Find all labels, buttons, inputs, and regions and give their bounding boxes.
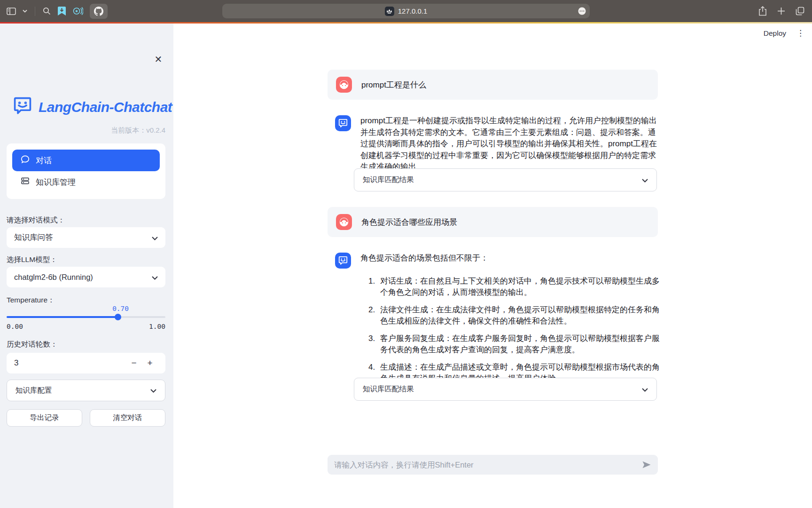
export-records-button[interactable]: 导出记录 — [7, 409, 82, 427]
user-message: 角色提示适合哪些应用场景 — [328, 207, 658, 237]
browser-chrome: 127.0.0.1 — [0, 0, 812, 22]
temperature-max: 1.00 — [149, 323, 165, 330]
sidebar-toggle-icon[interactable] — [7, 8, 16, 15]
chevron-down-icon — [642, 176, 648, 184]
temperature-min: 0.00 — [7, 323, 23, 330]
user-message: prompt工程是什么 — [328, 70, 658, 100]
deploy-button[interactable]: Deploy — [764, 29, 786, 38]
user-avatar — [336, 214, 352, 230]
list-item: 对话生成：在自然且与上下文相关的对话中，角色提示技术可以帮助模型生成多个角色之间… — [377, 276, 664, 299]
share-icon[interactable] — [758, 6, 767, 16]
kebab-menu-icon[interactable]: ⋮ — [796, 31, 804, 35]
temperature-label: Temperature： — [7, 295, 55, 305]
assistant-avatar — [335, 115, 351, 131]
nav-menu: 对话 知识库管理 — [7, 143, 165, 199]
version-label: 当前版本：v0.2.4 — [111, 126, 165, 135]
new-tab-icon[interactable] — [777, 7, 785, 15]
kb-config-expander[interactable]: 知识库配置 — [7, 380, 165, 401]
logo-chat-bubble-icon — [12, 96, 33, 118]
send-icon[interactable] — [642, 460, 651, 469]
history-rounds-value: 3 — [14, 358, 126, 368]
main-area: Deploy ⋮ prompt工程是什么 prompt工程是一种创建提示或指导以… — [173, 24, 812, 508]
nav-item-dialogue[interactable]: 对话 — [12, 150, 160, 171]
assistant-message-text: prompt工程是一种创建提示或指导以生成特定输出的过程，允许用户控制模型的输出… — [360, 115, 664, 173]
nav-item-label: 知识库管理 — [36, 177, 76, 188]
url-text: 127.0.0.1 — [398, 7, 428, 15]
pinned-tab-bookmark-icon[interactable] — [57, 6, 66, 16]
user-message-text: 角色提示适合哪些应用场景 — [361, 217, 457, 228]
kb-match-expander[interactable]: 知识库匹配结果 — [354, 378, 657, 401]
chevron-down-icon[interactable] — [23, 9, 27, 13]
slider-fill — [7, 316, 118, 318]
kb-config-label: 知识库配置 — [16, 386, 52, 396]
tabs-overview-icon[interactable] — [796, 7, 804, 16]
github-icon — [94, 7, 103, 16]
user-message-text: prompt工程是什么 — [361, 79, 426, 90]
user-avatar — [336, 77, 352, 93]
assistant-message: prompt工程是一种创建提示或指导以生成特定输出的过程，允许用户控制模型的输出… — [335, 115, 664, 173]
temperature-slider: 0.70 0.00 1.00 — [7, 305, 165, 330]
scenario-list: 对话生成：在自然且与上下文相关的对话中，角色提示技术可以帮助模型生成多个角色之间… — [360, 276, 664, 385]
decrement-button[interactable]: − — [126, 358, 142, 368]
nav-item-knowledge-base[interactable]: 知识库管理 — [12, 171, 160, 193]
slider-track[interactable] — [7, 316, 165, 318]
nav-item-label: 对话 — [36, 155, 52, 166]
chevron-down-icon — [152, 233, 158, 242]
dialog-mode-value: 知识库问答 — [14, 232, 53, 243]
chat-input[interactable] — [334, 460, 642, 469]
assistant-message: 角色提示适合的场景包括但不限于： 对话生成：在自然且与上下文相关的对话中，角色提… — [335, 253, 664, 390]
chevron-down-icon — [642, 385, 648, 394]
history-rounds-input[interactable]: 3 − + — [7, 353, 165, 373]
increment-button[interactable]: + — [142, 358, 158, 368]
assistant-avatar — [335, 253, 351, 269]
assistant-message-intro: 角色提示适合的场景包括但不限于： — [360, 254, 488, 262]
temperature-value: 0.70 — [109, 305, 132, 312]
streamlit-favicon — [385, 7, 394, 16]
clear-dialogue-button[interactable]: 清空对话 — [90, 409, 165, 427]
dialog-mode-select[interactable]: 知识库问答 — [7, 227, 165, 248]
pinned-tab-waves-icon[interactable] — [73, 7, 83, 16]
chevron-down-icon — [150, 386, 156, 395]
address-bar[interactable]: 127.0.0.1 — [222, 4, 590, 18]
list-item: 客户服务回复生成：在生成客户服务回复时，角色提示可以帮助模型根据客户服务代表的角… — [377, 333, 664, 356]
page-settings-icon[interactable] — [578, 7, 586, 15]
app-logo: LangChain-Chatchat — [12, 96, 172, 118]
kb-match-label: 知识库匹配结果 — [363, 175, 414, 185]
llm-model-label: 选择LLM模型： — [7, 255, 57, 265]
chat-bubble-icon — [21, 155, 30, 166]
slider-thumb[interactable] — [115, 314, 121, 320]
kb-match-expander[interactable]: 知识库匹配结果 — [354, 168, 657, 191]
active-tab-github[interactable] — [90, 4, 108, 19]
toolbar-divider — [35, 7, 35, 16]
assistant-message-text: 角色提示适合的场景包括但不限于： 对话生成：在自然且与上下文相关的对话中，角色提… — [360, 253, 664, 390]
list-item: 法律文件生成：在生成法律文件时，角色提示可以帮助模型根据特定的任务和角色生成相应… — [377, 304, 664, 327]
search-icon[interactable] — [43, 7, 51, 15]
dialog-mode-label: 请选择对话模式： — [7, 215, 65, 225]
history-rounds-label: 历史对话轮数： — [7, 340, 58, 349]
database-icon — [21, 176, 30, 188]
chat-input-container — [328, 455, 658, 475]
app-title: LangChain-Chatchat — [39, 99, 172, 115]
llm-model-value: chatglm2-6b (Running) — [14, 273, 93, 282]
chevron-down-icon — [152, 273, 158, 282]
close-sidebar-icon[interactable]: ✕ — [152, 53, 165, 66]
kb-match-label: 知识库匹配结果 — [363, 384, 414, 394]
llm-model-select[interactable]: chatglm2-6b (Running) — [7, 267, 165, 287]
sidebar: ✕ LangChain-Chatchat 当前版本：v0.2.4 对话 — [0, 24, 173, 508]
